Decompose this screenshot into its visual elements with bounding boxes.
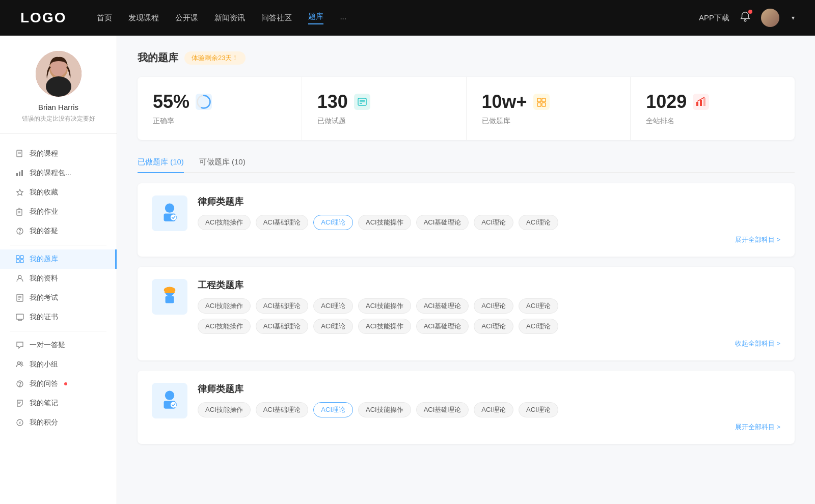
group-icon bbox=[15, 360, 24, 369]
nav-open-course[interactable]: 公开课 bbox=[175, 13, 198, 23]
stat-accuracy: 55% 正确率 bbox=[138, 77, 302, 140]
svg-rect-26 bbox=[16, 314, 23, 319]
svg-marker-11 bbox=[17, 189, 23, 195]
eng-tag-1[interactable]: ACI基础理论 bbox=[256, 298, 309, 314]
svg-point-55 bbox=[165, 391, 174, 400]
app-download-link[interactable]: APP下载 bbox=[699, 13, 729, 23]
tab-done-banks[interactable]: 已做题库 (10) bbox=[138, 152, 184, 172]
sidebar-label-exams: 我的考试 bbox=[30, 293, 58, 302]
svg-rect-42 bbox=[542, 98, 546, 102]
l2-tag-3[interactable]: ACI技能操作 bbox=[358, 402, 411, 417]
l2-tag-1[interactable]: ACI基础理论 bbox=[256, 402, 309, 417]
bank-info-lawyer-2: 律师类题库 ACI技能操作 ACI基础理论 ACI理论 ACI技能操作 ACI基… bbox=[198, 383, 780, 432]
tag-0[interactable]: ACI技能操作 bbox=[198, 215, 251, 230]
banks-done-icon bbox=[533, 94, 550, 110]
eng-tag-3[interactable]: ACI技能操作 bbox=[358, 298, 411, 314]
sidebar-label-group: 我的小组 bbox=[30, 360, 58, 369]
notification-bell[interactable] bbox=[740, 11, 751, 24]
bank-info-engineer: 工程类题库 ACI技能操作 ACI基础理论 ACI理论 ACI技能操作 ACI基… bbox=[198, 279, 780, 348]
bank-expand-lawyer-1[interactable]: 展开全部科目 > bbox=[198, 235, 780, 244]
file-icon bbox=[15, 149, 24, 158]
l2-tag-4[interactable]: ACI基础理论 bbox=[416, 402, 469, 417]
svg-rect-43 bbox=[537, 103, 541, 106]
sidebar-label-points: 我的积分 bbox=[30, 418, 58, 427]
sidebar-item-questions[interactable]: 我的问答 bbox=[0, 374, 117, 394]
nav-home[interactable]: 首页 bbox=[97, 13, 112, 23]
sidebar-item-exams[interactable]: 我的考试 bbox=[0, 288, 117, 307]
accuracy-icon bbox=[196, 94, 212, 110]
sidebar-item-qa[interactable]: 我的答疑 bbox=[0, 221, 117, 241]
sidebar-label-favorites: 我的收藏 bbox=[30, 188, 58, 197]
stat-questions: 130 已做试题 bbox=[302, 77, 467, 140]
qa-icon bbox=[15, 379, 24, 388]
sidebar-label-bank: 我的题库 bbox=[30, 255, 58, 264]
stat-banks: 10w+ 已做题库 bbox=[467, 77, 631, 140]
profile-avatar[interactable] bbox=[36, 51, 82, 97]
tag-6[interactable]: ACI理论 bbox=[519, 215, 558, 230]
nav-more[interactable]: ··· bbox=[340, 14, 346, 22]
eng-tag-2[interactable]: ACI理论 bbox=[313, 298, 353, 314]
l2-tag-5[interactable]: ACI理论 bbox=[474, 402, 513, 417]
logo[interactable]: LOGO bbox=[20, 10, 66, 26]
eng-tag-6[interactable]: ACI理论 bbox=[519, 298, 558, 314]
svg-point-27 bbox=[18, 362, 20, 365]
sidebar-item-bank[interactable]: 我的题库 bbox=[0, 249, 117, 269]
eng-tag-13[interactable]: ACI理论 bbox=[519, 319, 558, 334]
eng-tag-9[interactable]: ACI理论 bbox=[313, 319, 353, 334]
eng-tag-7[interactable]: ACI技能操作 bbox=[198, 319, 251, 334]
bank-expand-engineer[interactable]: 收起全部科目 > bbox=[198, 339, 780, 348]
stat-questions-label: 已做试题 bbox=[317, 117, 451, 126]
svg-point-57 bbox=[171, 402, 177, 408]
svg-rect-10 bbox=[21, 170, 23, 176]
eng-tag-5[interactable]: ACI理论 bbox=[474, 298, 513, 314]
bank-expand-lawyer-2[interactable]: 展开全部科目 > bbox=[198, 423, 780, 432]
chevron-down-icon[interactable]: ▾ bbox=[792, 14, 795, 21]
question-circle-icon bbox=[15, 227, 24, 236]
sidebar-item-favorites[interactable]: 我的收藏 bbox=[0, 183, 117, 202]
profile-name: Brian Harris bbox=[10, 103, 106, 111]
l2-tag-6[interactable]: ACI理论 bbox=[519, 402, 558, 417]
tag-4[interactable]: ACI基础理论 bbox=[416, 215, 469, 230]
eng-tag-10[interactable]: ACI技能操作 bbox=[358, 319, 411, 334]
sidebar-item-homework[interactable]: 我的作业 bbox=[0, 202, 117, 221]
sidebar-item-courses[interactable]: 我的课程 bbox=[0, 144, 117, 163]
eng-tag-0[interactable]: ACI技能操作 bbox=[198, 298, 251, 314]
tag-2-active[interactable]: ACI理论 bbox=[313, 215, 353, 230]
sidebar-item-packages[interactable]: 我的课程包... bbox=[0, 163, 117, 183]
sidebar-item-group[interactable]: 我的小组 bbox=[0, 355, 117, 374]
sidebar-item-points[interactable]: ¥ 我的积分 bbox=[0, 413, 117, 432]
nav-qa[interactable]: 问答社区 bbox=[261, 13, 292, 23]
eng-tag-8[interactable]: ACI基础理论 bbox=[256, 319, 309, 334]
svg-point-30 bbox=[19, 385, 20, 386]
note-icon bbox=[15, 399, 24, 408]
nav-discover[interactable]: 发现课程 bbox=[128, 13, 159, 23]
eng-tag-11[interactable]: ACI基础理论 bbox=[416, 319, 469, 334]
questions-notification-dot bbox=[64, 382, 67, 385]
sidebar-item-certs[interactable]: 我的证书 bbox=[0, 307, 117, 327]
bank-title-lawyer-1: 律师类题库 bbox=[198, 195, 780, 208]
tabs-row: 已做题库 (10) 可做题库 (10) bbox=[138, 152, 795, 173]
sidebar-item-profile[interactable]: 我的资料 bbox=[0, 269, 117, 288]
avatar[interactable] bbox=[761, 9, 779, 27]
sidebar-item-one-on-one[interactable]: 一对一答疑 bbox=[0, 335, 117, 355]
nav-bank[interactable]: 题库 bbox=[308, 12, 323, 24]
svg-point-21 bbox=[18, 275, 21, 278]
svg-rect-44 bbox=[542, 103, 546, 106]
eng-tag-4[interactable]: ACI基础理论 bbox=[416, 298, 469, 314]
tag-3[interactable]: ACI技能操作 bbox=[358, 215, 411, 230]
chat-icon bbox=[15, 341, 24, 350]
svg-rect-12 bbox=[17, 209, 22, 215]
sidebar-item-notes[interactable]: 我的笔记 bbox=[0, 394, 117, 413]
sidebar-label-homework: 我的作业 bbox=[30, 207, 58, 216]
svg-rect-17 bbox=[16, 256, 19, 259]
tag-5[interactable]: ACI理论 bbox=[474, 215, 513, 230]
l2-tag-2-active[interactable]: ACI理论 bbox=[313, 402, 353, 417]
nav-news[interactable]: 新闻资讯 bbox=[214, 13, 245, 23]
tag-1[interactable]: ACI基础理论 bbox=[256, 215, 309, 230]
eng-tag-12[interactable]: ACI理论 bbox=[474, 319, 513, 334]
stat-banks-value: 10w+ bbox=[482, 91, 527, 113]
l2-tag-0[interactable]: ACI技能操作 bbox=[198, 402, 251, 417]
stat-banks-label: 已做题库 bbox=[482, 117, 615, 126]
sidebar-label-certs: 我的证书 bbox=[30, 313, 58, 322]
tab-available-banks[interactable]: 可做题库 (10) bbox=[199, 152, 246, 172]
